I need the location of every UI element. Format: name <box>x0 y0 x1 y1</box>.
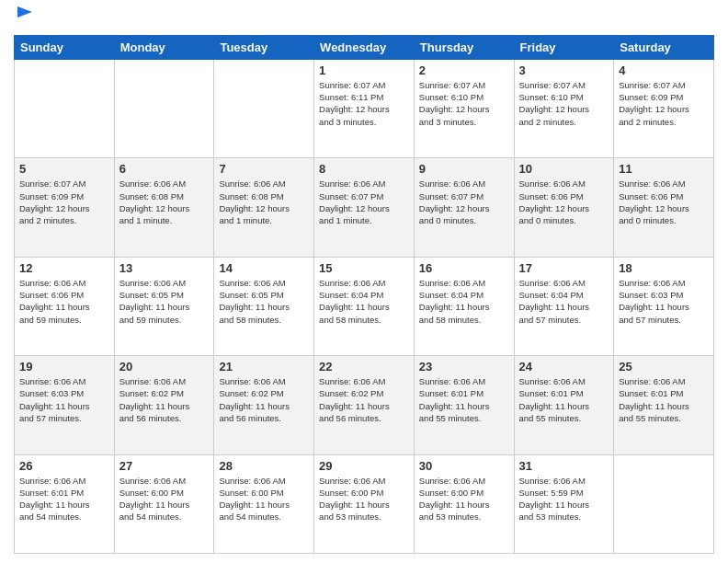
day-number: 24 <box>519 360 609 373</box>
calendar-cell <box>15 59 115 157</box>
weekday-header: Saturday <box>614 35 714 59</box>
day-number: 3 <box>519 63 609 77</box>
day-info: Sunrise: 6:07 AM Sunset: 6:10 PM Dayligh… <box>519 79 609 128</box>
day-number: 22 <box>319 360 409 373</box>
calendar-cell: 13Sunrise: 6:06 AM Sunset: 6:05 PM Dayli… <box>114 257 214 355</box>
day-number: 8 <box>319 162 409 176</box>
day-info: Sunrise: 6:06 AM Sunset: 6:04 PM Dayligh… <box>419 277 509 326</box>
weekday-header: Monday <box>114 35 214 59</box>
calendar-cell: 21Sunrise: 6:06 AM Sunset: 6:02 PM Dayli… <box>214 356 314 454</box>
day-info: Sunrise: 6:06 AM Sunset: 6:01 PM Dayligh… <box>19 475 109 523</box>
day-info: Sunrise: 6:06 AM Sunset: 5:59 PM Dayligh… <box>519 475 609 523</box>
logo-flag-icon <box>16 5 34 23</box>
calendar-cell: 6Sunrise: 6:06 AM Sunset: 6:08 PM Daylig… <box>114 158 214 257</box>
calendar-cell <box>114 59 214 157</box>
calendar-cell: 31Sunrise: 6:06 AM Sunset: 5:59 PM Dayli… <box>514 454 614 553</box>
calendar-cell: 23Sunrise: 6:06 AM Sunset: 6:01 PM Dayli… <box>414 356 514 454</box>
calendar-cell: 25Sunrise: 6:06 AM Sunset: 6:01 PM Dayli… <box>614 356 714 454</box>
calendar-cell: 14Sunrise: 6:06 AM Sunset: 6:05 PM Dayli… <box>214 257 314 355</box>
calendar-cell: 7Sunrise: 6:06 AM Sunset: 6:08 PM Daylig… <box>214 158 314 257</box>
day-number: 2 <box>419 63 509 77</box>
weekday-header: Friday <box>514 35 614 59</box>
calendar-cell: 4Sunrise: 6:07 AM Sunset: 6:09 PM Daylig… <box>614 59 714 157</box>
calendar-cell: 3Sunrise: 6:07 AM Sunset: 6:10 PM Daylig… <box>514 59 614 157</box>
weekday-header: Thursday <box>414 35 514 59</box>
day-number: 17 <box>519 261 609 275</box>
calendar-cell: 24Sunrise: 6:06 AM Sunset: 6:01 PM Dayli… <box>514 356 614 454</box>
day-info: Sunrise: 6:07 AM Sunset: 6:11 PM Dayligh… <box>319 79 409 128</box>
calendar-cell: 19Sunrise: 6:06 AM Sunset: 6:03 PM Dayli… <box>15 356 115 454</box>
day-number: 27 <box>119 459 210 473</box>
calendar-cell: 22Sunrise: 6:06 AM Sunset: 6:02 PM Dayli… <box>314 356 415 454</box>
day-info: Sunrise: 6:06 AM Sunset: 6:08 PM Dayligh… <box>119 178 210 226</box>
calendar-cell: 27Sunrise: 6:06 AM Sunset: 6:00 PM Dayli… <box>114 454 214 553</box>
day-number: 29 <box>319 459 409 473</box>
day-number: 30 <box>419 459 509 473</box>
calendar-cell: 1Sunrise: 6:07 AM Sunset: 6:11 PM Daylig… <box>314 59 415 157</box>
svg-marker-0 <box>17 6 32 17</box>
day-info: Sunrise: 6:06 AM Sunset: 6:00 PM Dayligh… <box>119 475 210 523</box>
day-number: 16 <box>419 261 509 275</box>
day-info: Sunrise: 6:06 AM Sunset: 6:07 PM Dayligh… <box>419 178 509 226</box>
day-info: Sunrise: 6:06 AM Sunset: 6:00 PM Dayligh… <box>219 475 309 523</box>
day-number: 11 <box>619 162 709 176</box>
calendar-cell: 29Sunrise: 6:06 AM Sunset: 6:00 PM Dayli… <box>314 454 415 553</box>
calendar-table: SundayMondayTuesdayWednesdayThursdayFrid… <box>14 35 714 554</box>
day-number: 9 <box>419 162 509 176</box>
day-info: Sunrise: 6:06 AM Sunset: 6:07 PM Dayligh… <box>319 178 409 226</box>
day-info: Sunrise: 6:06 AM Sunset: 6:05 PM Dayligh… <box>119 277 210 326</box>
day-info: Sunrise: 6:06 AM Sunset: 6:06 PM Dayligh… <box>19 277 109 326</box>
day-number: 18 <box>619 261 709 275</box>
calendar-cell: 2Sunrise: 6:07 AM Sunset: 6:10 PM Daylig… <box>414 59 514 157</box>
day-number: 19 <box>19 360 109 373</box>
day-number: 20 <box>119 360 210 373</box>
calendar-cell: 20Sunrise: 6:06 AM Sunset: 6:02 PM Dayli… <box>114 356 214 454</box>
day-info: Sunrise: 6:06 AM Sunset: 6:01 PM Dayligh… <box>519 375 609 424</box>
day-info: Sunrise: 6:06 AM Sunset: 6:00 PM Dayligh… <box>319 475 409 523</box>
day-number: 23 <box>419 360 509 373</box>
day-number: 21 <box>219 360 309 373</box>
day-info: Sunrise: 6:06 AM Sunset: 6:03 PM Dayligh… <box>19 375 109 424</box>
calendar-cell: 15Sunrise: 6:06 AM Sunset: 6:04 PM Dayli… <box>314 257 415 355</box>
calendar-cell <box>214 59 314 157</box>
day-info: Sunrise: 6:06 AM Sunset: 6:01 PM Dayligh… <box>419 375 509 424</box>
day-number: 10 <box>519 162 609 176</box>
day-number: 14 <box>219 261 309 275</box>
day-info: Sunrise: 6:07 AM Sunset: 6:10 PM Dayligh… <box>419 79 509 128</box>
calendar-cell: 12Sunrise: 6:06 AM Sunset: 6:06 PM Dayli… <box>15 257 115 355</box>
weekday-header: Tuesday <box>214 35 314 59</box>
day-number: 28 <box>219 459 309 473</box>
day-number: 6 <box>119 162 210 176</box>
calendar-cell: 10Sunrise: 6:06 AM Sunset: 6:06 PM Dayli… <box>514 158 614 257</box>
calendar-cell <box>614 454 714 553</box>
calendar-cell: 17Sunrise: 6:06 AM Sunset: 6:04 PM Dayli… <box>514 257 614 355</box>
day-number: 5 <box>19 162 109 176</box>
day-info: Sunrise: 6:06 AM Sunset: 6:02 PM Dayligh… <box>119 375 210 424</box>
day-number: 26 <box>19 459 109 473</box>
calendar-cell: 26Sunrise: 6:06 AM Sunset: 6:01 PM Dayli… <box>15 454 115 553</box>
calendar-cell: 16Sunrise: 6:06 AM Sunset: 6:04 PM Dayli… <box>414 257 514 355</box>
day-number: 15 <box>319 261 409 275</box>
calendar-cell: 9Sunrise: 6:06 AM Sunset: 6:07 PM Daylig… <box>414 158 514 257</box>
day-info: Sunrise: 6:06 AM Sunset: 6:02 PM Dayligh… <box>219 375 309 424</box>
day-info: Sunrise: 6:07 AM Sunset: 6:09 PM Dayligh… <box>619 79 709 128</box>
calendar-cell: 18Sunrise: 6:06 AM Sunset: 6:03 PM Dayli… <box>614 257 714 355</box>
day-number: 31 <box>519 459 609 473</box>
logo <box>14 9 34 28</box>
day-info: Sunrise: 6:06 AM Sunset: 6:06 PM Dayligh… <box>619 178 709 226</box>
day-info: Sunrise: 6:06 AM Sunset: 6:08 PM Dayligh… <box>219 178 309 226</box>
calendar-cell: 5Sunrise: 6:07 AM Sunset: 6:09 PM Daylig… <box>15 158 115 257</box>
weekday-header: Sunday <box>15 35 115 59</box>
day-info: Sunrise: 6:06 AM Sunset: 6:00 PM Dayligh… <box>419 475 509 523</box>
day-info: Sunrise: 6:06 AM Sunset: 6:05 PM Dayligh… <box>219 277 309 326</box>
day-info: Sunrise: 6:06 AM Sunset: 6:01 PM Dayligh… <box>619 375 709 424</box>
weekday-header: Wednesday <box>314 35 415 59</box>
day-number: 12 <box>19 261 109 275</box>
calendar-cell: 30Sunrise: 6:06 AM Sunset: 6:00 PM Dayli… <box>414 454 514 553</box>
day-info: Sunrise: 6:07 AM Sunset: 6:09 PM Dayligh… <box>19 178 109 226</box>
day-number: 25 <box>619 360 709 373</box>
calendar-cell: 11Sunrise: 6:06 AM Sunset: 6:06 PM Dayli… <box>614 158 714 257</box>
day-info: Sunrise: 6:06 AM Sunset: 6:02 PM Dayligh… <box>319 375 409 424</box>
page: SundayMondayTuesdayWednesdayThursdayFrid… <box>0 0 728 563</box>
header <box>14 9 714 28</box>
